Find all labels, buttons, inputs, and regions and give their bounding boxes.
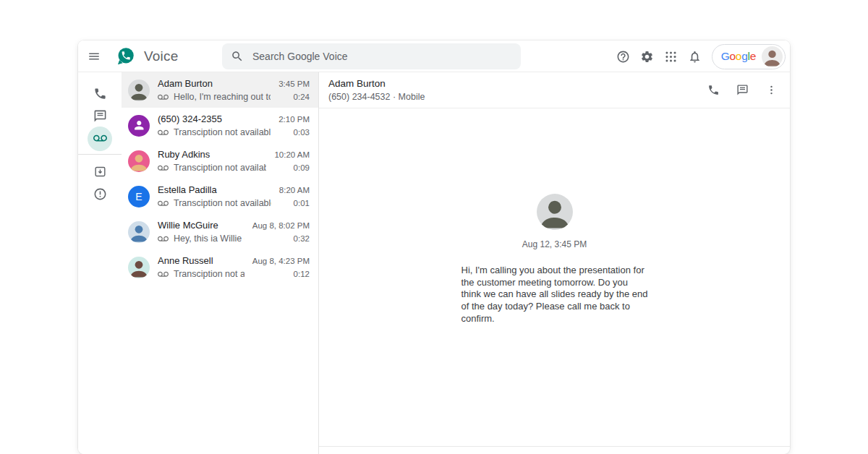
duration: 0:01 xyxy=(294,199,310,207)
voicemail-row[interactable]: Adam Burton Hello, I'm reaching out to..… xyxy=(122,72,318,108)
snippet-text: Transciption not available xyxy=(174,198,271,208)
avatar: E xyxy=(128,186,150,207)
nav-voicemail[interactable] xyxy=(78,127,122,150)
settings-icon[interactable] xyxy=(635,45,659,69)
voicemail-icon xyxy=(158,92,169,103)
snippet-text: Hey, this ia Willie calling ... xyxy=(174,234,244,244)
timestamp: 3:45 PM xyxy=(278,80,310,88)
phone-icon xyxy=(707,84,720,96)
avatar xyxy=(128,221,150,243)
avatar xyxy=(128,257,150,278)
search-input[interactable] xyxy=(252,51,512,62)
account-avatar[interactable] xyxy=(762,46,783,67)
timestamp: 8:20 AM xyxy=(279,186,310,194)
message-icon xyxy=(736,84,749,96)
search-icon xyxy=(231,50,244,63)
contact-name: Adam Burton xyxy=(158,78,271,89)
nav-rail xyxy=(78,72,122,454)
voicemail-list: Adam Burton Hello, I'm reaching out to..… xyxy=(122,72,319,454)
voicemail-icon xyxy=(158,127,169,138)
duration: 0:09 xyxy=(294,163,310,172)
voice-logo[interactable]: Voice xyxy=(116,46,178,66)
contact-name: Willie McGuire xyxy=(158,220,244,231)
snippet-text: Transciption not available xyxy=(174,269,244,279)
voicemail-icon xyxy=(93,132,107,145)
message-avatar xyxy=(537,194,573,230)
timestamp: 2:10 PM xyxy=(278,115,310,124)
snippet-text: Hello, I'm reaching out to... xyxy=(174,92,271,102)
nav-archive[interactable] xyxy=(78,160,122,183)
topbar-actions: G o o g l e xyxy=(611,40,786,72)
voicemail-icon xyxy=(158,163,169,174)
snippet-text: Transciption not available xyxy=(174,127,271,137)
voicemail-row[interactable]: Willie McGuire Hey, this ia Willie calli… xyxy=(122,214,318,249)
nav-messages[interactable] xyxy=(78,105,122,127)
voicemail-icon xyxy=(158,234,169,244)
timestamp: Aug 8, 8:02 PM xyxy=(252,221,310,230)
more-vert-icon xyxy=(765,84,778,96)
message-thread: Aug 12, 3:45 PM Hi, I'm calling you abou… xyxy=(319,108,790,454)
voicemail-row[interactable]: (650) 324-2355 Transciption not availabl… xyxy=(122,108,318,143)
page-title: Voice xyxy=(144,48,178,64)
phone-icon xyxy=(93,87,107,100)
timestamp: Aug 8, 4:23 PM xyxy=(252,257,310,265)
voicemail-row[interactable]: Anne Russell Transciption not available … xyxy=(122,249,318,285)
message-icon xyxy=(93,109,107,123)
rail-divider xyxy=(78,154,122,155)
archive-icon xyxy=(93,165,107,179)
avatar xyxy=(128,80,150,101)
more-options-button[interactable] xyxy=(761,80,781,100)
voice-logo-icon xyxy=(116,46,135,66)
call-button[interactable] xyxy=(703,80,723,100)
conversation-header: Adam Burton (650) 234-4532 · Mobile xyxy=(319,72,790,108)
send-message-button[interactable] xyxy=(732,80,752,100)
conversation-contact-name: Adam Burton xyxy=(328,78,425,89)
duration: 0:32 xyxy=(294,234,310,243)
voicemail-row[interactable]: E Estella Padilla Transciption not avail… xyxy=(122,179,318,214)
avatar xyxy=(128,115,150,137)
duration: 0:12 xyxy=(294,270,310,278)
duration: 0:24 xyxy=(294,93,310,101)
search-bar[interactable] xyxy=(222,43,521,69)
voicemail-icon xyxy=(158,198,169,209)
contact-name: (650) 324-2355 xyxy=(158,113,271,124)
nav-calls[interactable] xyxy=(78,82,122,105)
app-window: Voice xyxy=(78,40,790,454)
hamburger-menu-icon[interactable] xyxy=(78,40,110,72)
conversation-panel: Adam Burton (650) 234-4532 · Mobile xyxy=(319,72,790,454)
spam-report-icon xyxy=(93,187,107,201)
snippet-text: Transciption not available xyxy=(174,163,266,173)
google-logo: G o o g l e xyxy=(721,50,756,63)
contact-name: Anne Russell xyxy=(158,255,244,266)
top-bar: Voice xyxy=(78,40,790,72)
timestamp: 10:20 AM xyxy=(274,150,310,159)
help-icon[interactable] xyxy=(611,45,635,69)
contact-name: Estella Padilla xyxy=(158,184,271,195)
message-timestamp: Aug 12, 3:45 PM xyxy=(522,239,587,249)
contact-name: Ruby Adkins xyxy=(158,149,266,160)
avatar xyxy=(128,150,150,172)
apps-grid-icon[interactable] xyxy=(659,45,683,69)
voicemail-row[interactable]: Ruby Adkins Transciption not available 1… xyxy=(122,143,318,179)
notifications-icon[interactable] xyxy=(683,45,707,69)
duration: 0:03 xyxy=(294,128,310,137)
compose-area-divider xyxy=(319,446,790,447)
account-badge[interactable]: G o o g l e xyxy=(712,44,786,69)
conversation-contact-detail: (650) 234-4532 · Mobile xyxy=(328,92,425,102)
voicemail-transcript: Hi, I'm calling you about the presentati… xyxy=(461,265,648,325)
nav-spam[interactable] xyxy=(78,183,122,205)
voicemail-icon xyxy=(158,269,169,280)
